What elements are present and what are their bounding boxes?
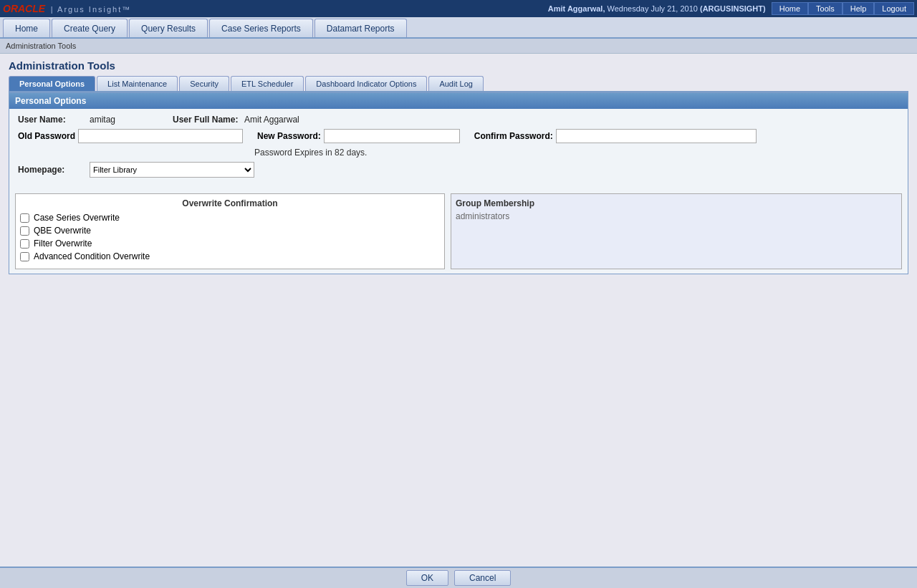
user-name-label: User Name: [18, 115, 90, 125]
content-area: Personal Options User Name: amitag User … [9, 92, 908, 274]
new-password-group: New Password: [257, 129, 460, 143]
user-name-value: amitag [90, 115, 115, 125]
form-area: User Name: amitag User Full Name: Amit A… [9, 109, 908, 189]
password-expires: Password Expires in 82 days. [254, 148, 899, 158]
overwrite-box: Overwrite Confirmation Case Series Overw… [15, 193, 445, 269]
user-name-display: Amit Aggarwal, [548, 4, 605, 13]
tab-query-results[interactable]: Query Results [129, 19, 208, 37]
overwrite-item-2: Filter Overwrite [20, 238, 440, 249]
confirm-password-group: Confirm Password: [474, 129, 757, 143]
home-top-btn[interactable]: Home [772, 2, 808, 15]
header-right: Amit Aggarwal, Wednesday July 21, 2010 (… [548, 2, 914, 15]
logout-top-btn[interactable]: Logout [874, 2, 914, 15]
case-series-overwrite-label: Case Series Overwrite [34, 213, 120, 223]
tab-case-series[interactable]: Case Series Reports [209, 19, 313, 37]
tab-dashboard-indicator[interactable]: Dashboard Indicator Options [305, 76, 427, 91]
group-members: administrators [456, 211, 897, 221]
tools-top-btn[interactable]: Tools [808, 2, 842, 15]
user-date: Wednesday July 21, 2010 [608, 4, 698, 13]
section-header: Personal Options [9, 93, 908, 109]
old-password-label: Old Password [18, 131, 75, 141]
filter-overwrite-label: Filter Overwrite [34, 238, 92, 249]
section-header-text: Personal Options [15, 96, 86, 106]
new-password-label: New Password: [257, 131, 321, 141]
homepage-row: Homepage: Filter Library Dashboard Query… [18, 162, 899, 178]
main-nav: Home Create Query Query Results Case Ser… [0, 17, 917, 39]
homepage-select[interactable]: Filter Library Dashboard Query Results [90, 162, 254, 178]
group-membership-box: Group Membership administrators [451, 193, 902, 269]
homepage-label: Homepage: [18, 165, 90, 175]
filter-overwrite-checkbox[interactable] [20, 239, 29, 249]
old-password-group: Old Password [18, 129, 243, 143]
oracle-logo: ORACLE | Argus Insight™ [3, 3, 131, 14]
overwrite-item-1: QBE Overwrite [20, 226, 440, 236]
breadcrumb: Administration Tools [0, 39, 917, 54]
tab-create-query[interactable]: Create Query [52, 19, 128, 37]
overwrite-item-3: Advanced Condition Overwrite [20, 251, 440, 261]
user-full-name-label: User Full Name: [173, 115, 244, 125]
top-header: ORACLE | Argus Insight™ Amit Aggarwal, W… [0, 0, 917, 17]
tab-security[interactable]: Security [179, 76, 229, 91]
logo-area: ORACLE | Argus Insight™ [3, 3, 131, 14]
user-full-name-value: Amit Aggarwal [244, 115, 299, 125]
breadcrumb-text: Administration Tools [6, 42, 76, 50]
page-title: Administration Tools [0, 54, 917, 76]
tab-personal-options[interactable]: Personal Options [9, 76, 95, 91]
user-row: User Name: amitag User Full Name: Amit A… [18, 115, 899, 125]
tab-list-maintenance[interactable]: List Maintenance [97, 76, 178, 91]
lower-section: Overwrite Confirmation Case Series Overw… [9, 189, 908, 274]
new-password-input[interactable] [324, 129, 460, 143]
tab-audit-log[interactable]: Audit Log [428, 76, 483, 91]
password-expires-text: Password Expires in 82 days. [254, 148, 367, 158]
help-top-btn[interactable]: Help [842, 2, 875, 15]
tab-etl-scheduler[interactable]: ETL Scheduler [231, 76, 304, 91]
user-system: (ARGUSINSIGHT) [700, 4, 766, 13]
sub-tabs: Personal Options List Maintenance Securi… [9, 76, 908, 92]
confirm-password-label: Confirm Password: [474, 131, 553, 141]
tab-home[interactable]: Home [3, 19, 50, 37]
advanced-condition-overwrite-label: Advanced Condition Overwrite [34, 251, 150, 261]
password-row: Old Password New Password: Confirm Passw… [18, 129, 899, 143]
overwrite-item-0: Case Series Overwrite [20, 213, 440, 223]
page-title-text: Administration Tools [9, 59, 115, 72]
confirm-password-input[interactable] [556, 129, 757, 143]
advanced-condition-overwrite-checkbox[interactable] [20, 252, 29, 261]
overwrite-title: Overwrite Confirmation [20, 198, 440, 208]
qbe-overwrite-label: QBE Overwrite [34, 226, 91, 236]
user-info: Amit Aggarwal, Wednesday July 21, 2010 (… [548, 4, 766, 13]
qbe-overwrite-checkbox[interactable] [20, 226, 29, 236]
case-series-overwrite-checkbox[interactable] [20, 213, 29, 223]
tab-datamart[interactable]: Datamart Reports [315, 19, 407, 37]
old-password-input[interactable] [78, 129, 243, 143]
group-title: Group Membership [456, 198, 897, 208]
